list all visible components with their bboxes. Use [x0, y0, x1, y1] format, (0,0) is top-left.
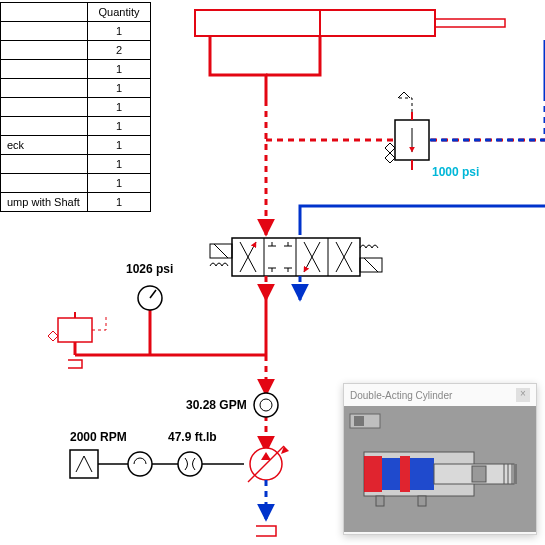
svg-rect-36 — [410, 458, 434, 490]
motor-icon[interactable] — [70, 450, 98, 478]
variable-pump-icon[interactable] — [248, 446, 289, 482]
cylinder-icon[interactable] — [195, 10, 505, 36]
popup-body — [344, 406, 536, 532]
popup-title: Double-Acting Cylinder — [350, 390, 452, 401]
cylinder-cutaway-icon — [344, 406, 536, 532]
svg-rect-43 — [376, 496, 384, 506]
component-popup[interactable]: Double-Acting Cylinder × — [343, 383, 537, 535]
svg-rect-23 — [58, 318, 92, 342]
return-line-dashed — [430, 100, 545, 140]
relief-valve-icon[interactable] — [385, 92, 429, 170]
svg-rect-0 — [195, 10, 435, 36]
rpm-label: 2000 RPM — [70, 430, 127, 444]
svg-rect-33 — [364, 456, 382, 492]
svg-line-20 — [364, 258, 378, 272]
svg-point-27 — [178, 452, 202, 476]
coupling-icon[interactable] — [128, 452, 152, 476]
svg-rect-25 — [70, 450, 98, 478]
popup-header[interactable]: Double-Acting Cylinder × — [344, 384, 536, 406]
coupling-icon[interactable] — [178, 452, 202, 476]
flow-label: 30.28 GPM — [186, 398, 247, 412]
svg-point-24 — [254, 393, 278, 417]
tank-icon[interactable] — [256, 526, 276, 536]
gauge-label: 1026 psi — [126, 262, 173, 276]
pressure-line — [210, 36, 320, 100]
svg-rect-35 — [382, 458, 400, 490]
svg-rect-34 — [400, 456, 410, 492]
svg-point-26 — [128, 452, 152, 476]
svg-rect-31 — [354, 416, 364, 426]
pressure-line — [75, 286, 266, 355]
svg-rect-2 — [435, 19, 505, 27]
flow-meter-icon[interactable] — [254, 393, 278, 417]
svg-rect-42 — [472, 466, 486, 482]
directional-valve-icon[interactable] — [210, 238, 382, 276]
svg-rect-44 — [418, 496, 426, 506]
svg-line-18 — [214, 244, 228, 258]
torque-label: 47.9 ft.lb — [168, 430, 217, 444]
close-icon[interactable]: × — [516, 388, 530, 402]
pressure-label: 1000 psi — [432, 165, 479, 179]
relief-valve-icon[interactable] — [48, 312, 106, 368]
